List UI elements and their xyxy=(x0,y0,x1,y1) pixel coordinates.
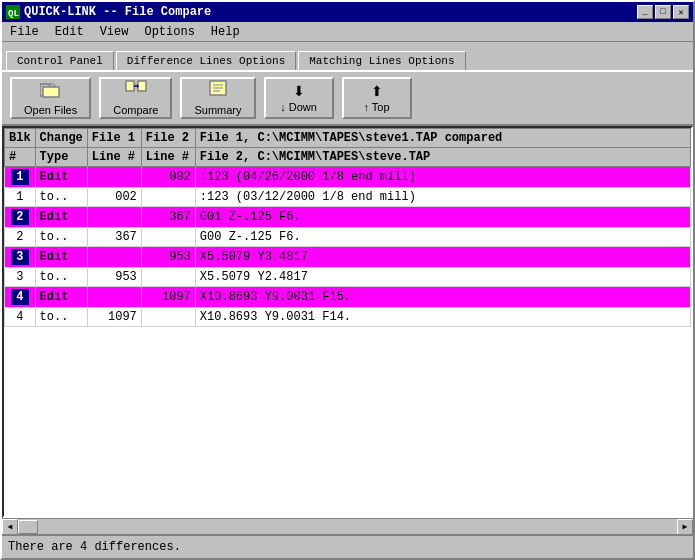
scroll-left-button[interactable]: ◀ xyxy=(2,519,18,535)
tab-control-panel[interactable]: Control Panel xyxy=(6,51,114,70)
cell-file2 xyxy=(141,188,195,207)
cell-blk: 1 xyxy=(5,167,36,188)
cell-change: to.. xyxy=(35,268,87,287)
toolbar: Open Files Compare xyxy=(2,70,693,126)
col-header-content1: File 1, C:\MCIMM\TAPES\steve1.TAP compar… xyxy=(195,129,690,148)
down-button[interactable]: ⬇ ↓ Down xyxy=(264,77,334,119)
cell-file1 xyxy=(87,207,141,228)
summary-label: Summary xyxy=(194,104,241,116)
cell-file1: 1097 xyxy=(87,308,141,327)
cell-content: G00 Z-.125 F6. xyxy=(195,228,690,247)
col-header-line2: Line # xyxy=(141,148,195,167)
cell-content: X10.8693 Y9.0031 F14. xyxy=(195,308,690,327)
window-title: QUICK-LINK -- File Compare xyxy=(24,5,211,19)
col-header-type: Type xyxy=(35,148,87,167)
cell-content: X5.5079 Y3.4817 xyxy=(195,247,690,268)
open-files-icon xyxy=(40,80,62,102)
menu-help[interactable]: Help xyxy=(207,25,244,39)
tab-diff-lines[interactable]: Difference Lines Options xyxy=(116,51,296,70)
col-header-blk: Blk xyxy=(5,129,36,148)
cell-change: Edit xyxy=(35,287,87,308)
scroll-right-button[interactable]: ▶ xyxy=(677,519,693,535)
cell-change: to.. xyxy=(35,228,87,247)
cell-change: to.. xyxy=(35,188,87,207)
compare-icon xyxy=(125,80,147,102)
open-files-label: Open Files xyxy=(24,104,77,116)
maximize-button[interactable]: □ xyxy=(655,5,671,19)
table-row: 2Edit367G01 Z-.125 F6. xyxy=(5,207,691,228)
svg-rect-4 xyxy=(43,87,59,97)
down-label: ↓ Down xyxy=(280,101,317,113)
scroll-thumb[interactable] xyxy=(18,520,38,534)
col-header-change: Change xyxy=(35,129,87,148)
tab-match-lines[interactable]: Matching Lines Options xyxy=(298,51,465,70)
cell-blk: 3 xyxy=(5,268,36,287)
cell-content: :123 (04/26/2000 1/8 end mill) xyxy=(195,167,690,188)
cell-blk: 2 xyxy=(5,207,36,228)
cell-blk: 1 xyxy=(5,188,36,207)
status-message: There are 4 differences. xyxy=(8,540,181,554)
cell-file1: 002 xyxy=(87,188,141,207)
top-button[interactable]: ⬆ ↑ Top xyxy=(342,77,412,119)
col-header-file2: File 2 xyxy=(141,129,195,148)
svg-rect-6 xyxy=(138,81,146,91)
cell-change: Edit xyxy=(35,247,87,268)
svg-text:QL: QL xyxy=(8,9,19,19)
svg-rect-5 xyxy=(126,81,134,91)
table-row: 1Edit002:123 (04/26/2000 1/8 end mill) xyxy=(5,167,691,188)
minimize-button[interactable]: _ xyxy=(637,5,653,19)
cell-file1 xyxy=(87,287,141,308)
cell-file1 xyxy=(87,247,141,268)
cell-file1 xyxy=(87,167,141,188)
header-row-1: Blk Change File 1 File 2 File 1, C:\MCIM… xyxy=(5,129,691,148)
cell-change: to.. xyxy=(35,308,87,327)
table-row: 4to..1097X10.8693 Y9.0031 F14. xyxy=(5,308,691,327)
compare-button[interactable]: Compare xyxy=(99,77,172,119)
menu-edit[interactable]: Edit xyxy=(51,25,88,39)
col-header-file1: File 1 xyxy=(87,129,141,148)
scroll-track[interactable] xyxy=(18,519,677,534)
cell-change: Edit xyxy=(35,167,87,188)
col-header-line1: Line # xyxy=(87,148,141,167)
cell-content: X5.5079 Y2.4817 xyxy=(195,268,690,287)
table-row: 3Edit953X5.5079 Y3.4817 xyxy=(5,247,691,268)
cell-file2 xyxy=(141,228,195,247)
cell-file1: 367 xyxy=(87,228,141,247)
status-bar: There are 4 differences. xyxy=(2,534,693,558)
main-window: QL QUICK-LINK -- File Compare _ □ ✕ File… xyxy=(0,0,695,560)
tabs-bar: Control Panel Difference Lines Options M… xyxy=(2,42,693,70)
compare-label: Compare xyxy=(113,104,158,116)
horizontal-scrollbar[interactable]: ◀ ▶ xyxy=(2,518,693,534)
top-arrow-icon: ⬆ xyxy=(371,83,383,99)
close-button[interactable]: ✕ xyxy=(673,5,689,19)
menu-file[interactable]: File xyxy=(6,25,43,39)
summary-button[interactable]: Summary xyxy=(180,77,255,119)
cell-file2: 953 xyxy=(141,247,195,268)
title-bar: QL QUICK-LINK -- File Compare _ □ ✕ xyxy=(2,2,693,22)
col-header-num: # xyxy=(5,148,36,167)
cell-file1: 953 xyxy=(87,268,141,287)
cell-blk: 2 xyxy=(5,228,36,247)
cell-file2: 002 xyxy=(141,167,195,188)
cell-blk: 4 xyxy=(5,308,36,327)
cell-blk: 4 xyxy=(5,287,36,308)
cell-content: :123 (03/12/2000 1/8 end mill) xyxy=(195,188,690,207)
cell-blk: 3 xyxy=(5,247,36,268)
cell-content: G01 Z-.125 F6. xyxy=(195,207,690,228)
col-header-content2: File 2, C:\MCIMM\TAPES\steve.TAP xyxy=(195,148,690,167)
open-files-button[interactable]: Open Files xyxy=(10,77,91,119)
cell-file2 xyxy=(141,308,195,327)
summary-icon xyxy=(207,80,229,102)
cell-file2 xyxy=(141,268,195,287)
cell-file2: 1097 xyxy=(141,287,195,308)
title-bar-left: QL QUICK-LINK -- File Compare xyxy=(6,5,211,19)
menu-bar: File Edit View Options Help xyxy=(2,22,693,42)
table-row: 1to..002:123 (03/12/2000 1/8 end mill) xyxy=(5,188,691,207)
table-row: 3to..953X5.5079 Y2.4817 xyxy=(5,268,691,287)
diff-table: Blk Change File 1 File 2 File 1, C:\MCIM… xyxy=(4,128,691,327)
table-row: 4Edit1097X10.8693 Y9.0031 F15. xyxy=(5,287,691,308)
menu-view[interactable]: View xyxy=(96,25,133,39)
menu-options[interactable]: Options xyxy=(140,25,198,39)
window-controls: _ □ ✕ xyxy=(637,5,689,19)
table-body: 1Edit002:123 (04/26/2000 1/8 end mill)1t… xyxy=(5,167,691,327)
